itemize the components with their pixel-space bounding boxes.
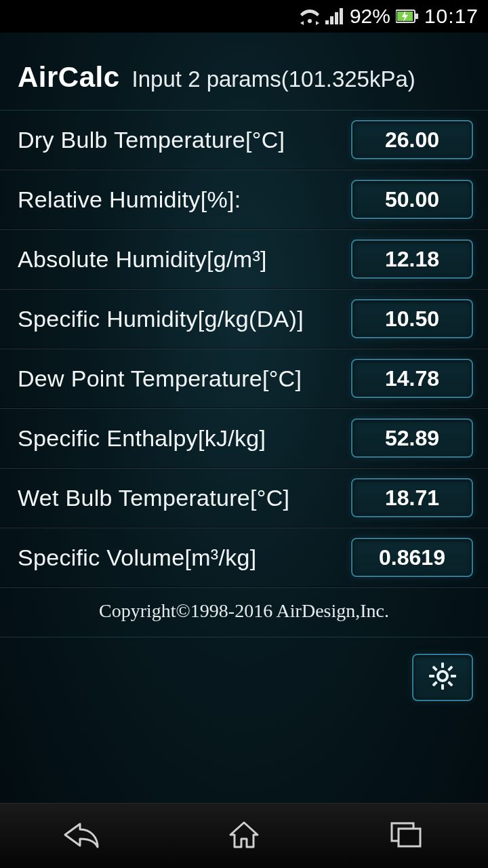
param-list: Dry Bulb Temperature[°C] 26.00 Relative … [0,110,488,587]
row-label: Dew Point Temperature[°C] [18,366,302,392]
row-label: Dry Bulb Temperature[°C] [18,127,285,153]
svg-rect-4 [340,8,343,24]
row-specific-humidity: Specific Humidity[g/kg(DA)] 10.50 [0,289,488,349]
header-subtitle: Input 2 params(101.325kPa) [132,66,415,92]
signal-icon [325,8,344,24]
row-specific-volume: Specific Volume[m³/kg] 0.8619 [0,528,488,587]
svg-rect-16 [447,681,453,686]
row-specific-enthalpy: Specific Enthalpy[kJ/kg] 52.89 [0,408,488,468]
svg-rect-11 [429,675,434,677]
svg-rect-15 [432,665,437,671]
nav-bar [0,803,488,868]
svg-rect-9 [441,663,444,668]
gear-icon [428,661,458,694]
svg-rect-18 [399,829,420,846]
svg-rect-7 [415,14,418,19]
row-label: Wet Bulb Temperature[°C] [18,485,289,511]
status-bar: 92% 10:17 [0,0,488,33]
svg-rect-14 [432,681,437,686]
settings-button[interactable] [412,654,473,701]
copyright-text: Copyright©1998-2016 AirDesign,Inc. [0,600,488,622]
svg-rect-3 [335,12,338,24]
screen: 92% 10:17 AirCalc Input 2 params(101.325… [0,0,488,868]
row-label: Specific Humidity[g/kg(DA)] [18,306,304,332]
value-button-specific-volume[interactable]: 0.8619 [351,538,473,577]
row-label: Relative Humidity[%]: [18,186,241,213]
row-relative-humidity: Relative Humidity[%]: 50.00 [0,170,488,229]
nav-recent-button[interactable] [339,804,474,869]
svg-rect-10 [441,684,444,690]
settings-row [0,637,488,701]
battery-icon [396,9,419,24]
home-icon [228,820,260,852]
value-button-wet-bulb-temp[interactable]: 18.71 [351,478,473,517]
row-absolute-humidity: Absolute Humidity[g/m³] 12.18 [0,229,488,289]
value-button-specific-enthalpy[interactable]: 52.89 [351,418,473,458]
recent-apps-icon [389,821,424,852]
svg-point-0 [308,19,312,23]
svg-point-8 [438,671,447,681]
row-wet-bulb-temp: Wet Bulb Temperature[°C] 18.71 [0,468,488,528]
back-icon [60,821,103,851]
battery-percent: 92% [350,5,390,28]
svg-rect-13 [447,665,453,671]
wifi-sync-icon [300,7,320,25]
row-dew-point-temp: Dew Point Temperature[°C] 14.78 [0,349,488,408]
value-button-dew-point-temp[interactable]: 14.78 [351,359,473,398]
value-button-relative-humidity[interactable]: 50.00 [351,180,473,219]
value-button-specific-humidity[interactable]: 10.50 [351,299,473,338]
app-title: AirCalc [18,61,120,94]
copyright-bar: Copyright©1998-2016 AirDesign,Inc. [0,587,488,637]
value-button-absolute-humidity[interactable]: 12.18 [351,239,473,279]
svg-rect-1 [325,20,329,24]
value-button-dry-bulb-temp[interactable]: 26.00 [351,120,473,159]
row-label: Absolute Humidity[g/m³] [18,246,267,273]
svg-rect-2 [330,16,333,24]
nav-back-button[interactable] [14,804,149,869]
header: AirCalc Input 2 params(101.325kPa) [0,33,488,110]
row-label: Specific Volume[m³/kg] [18,545,256,571]
row-dry-bulb-temp: Dry Bulb Temperature[°C] 26.00 [0,110,488,170]
nav-home-button[interactable] [176,804,312,869]
status-time: 10:17 [424,5,479,28]
svg-rect-12 [451,675,456,677]
row-label: Specific Enthalpy[kJ/kg] [18,425,266,452]
